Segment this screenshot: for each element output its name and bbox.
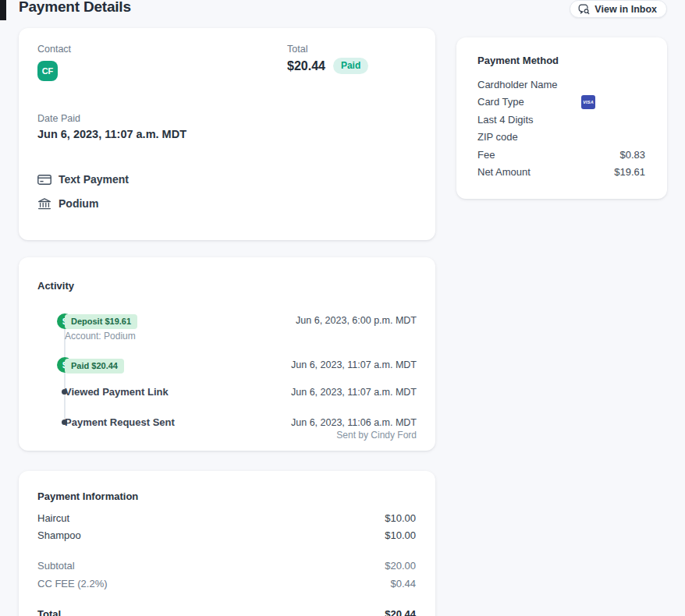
window-edge-fragment bbox=[0, 0, 6, 20]
payment-summary-card: Contact CF Total $20.44 Paid Date Paid J… bbox=[19, 28, 435, 240]
payment-method-row: Text Payment bbox=[37, 173, 129, 186]
date-paid-label: Date Paid bbox=[37, 113, 80, 124]
method-row-card-type: Card Type VISA bbox=[477, 96, 645, 108]
activity-card: Activity $ Deposit $19.61 Jun 6, 2023, 6… bbox=[19, 257, 435, 451]
subtotal-row: Subtotal $20.00 bbox=[37, 560, 416, 572]
total-label: Total bbox=[287, 44, 307, 55]
method-row-net-amount: Net Amount $19.61 bbox=[477, 166, 645, 179]
payment-method-title: Payment Method bbox=[477, 55, 559, 66]
cc-fee-row: CC FEE (2.2%) $0.44 bbox=[37, 578, 416, 589]
request-sent-title: Payment Request Sent bbox=[65, 416, 175, 428]
activity-title: Activity bbox=[37, 280, 74, 292]
cardholder-name-label: Cardholder Name bbox=[477, 79, 558, 90]
view-in-inbox-button[interactable]: View in Inbox bbox=[570, 0, 667, 18]
paid-status-badge: Paid bbox=[333, 58, 368, 74]
payment-information-title: Payment Information bbox=[37, 490, 138, 502]
method-row-cardholder: Cardholder Name bbox=[477, 78, 645, 90]
sent-by-subtext: Sent by Cindy Ford bbox=[336, 430, 417, 441]
zip-code-label: ZIP code bbox=[477, 131, 518, 143]
contact-avatar[interactable]: CF bbox=[37, 61, 58, 81]
chat-search-icon bbox=[578, 4, 590, 15]
paid-timestamp: Jun 6, 2023, 11:07 a.m. MDT bbox=[291, 359, 417, 370]
page-title: Payment Details bbox=[19, 0, 131, 16]
paid-badge: Paid $20.44 bbox=[65, 359, 124, 373]
line-item-value: $10.00 bbox=[385, 512, 416, 524]
line-item-label: Shampoo bbox=[37, 529, 81, 541]
credit-card-icon bbox=[37, 175, 51, 185]
net-amount-label: Net Amount bbox=[477, 166, 531, 178]
subtotal-label: Subtotal bbox=[37, 560, 75, 572]
method-row-last4: Last 4 Digits bbox=[477, 113, 645, 126]
card-type-label: Card Type bbox=[477, 96, 524, 108]
deposit-account-label: Podium bbox=[59, 197, 98, 210]
total-row: Total $20.44 bbox=[37, 608, 416, 616]
viewed-link-timestamp: Jun 6, 2023, 11:07 a.m. MDT bbox=[291, 387, 417, 398]
payment-method-label: Text Payment bbox=[59, 173, 129, 186]
visa-card-icon: VISA bbox=[581, 95, 595, 109]
view-in-inbox-label: View in Inbox bbox=[594, 4, 657, 15]
cc-fee-value: $0.44 bbox=[390, 578, 416, 589]
method-row-zip: ZIP code bbox=[477, 131, 645, 143]
line-item-label: Haircut bbox=[37, 512, 69, 524]
deposit-account-subtext: Account: Podium bbox=[65, 331, 136, 342]
line-item-value: $10.00 bbox=[385, 529, 416, 541]
method-row-fee: Fee $0.83 bbox=[477, 148, 645, 161]
date-paid-value: Jun 6, 2023, 11:07 a.m. MDT bbox=[37, 128, 186, 140]
last-4-digits-label: Last 4 Digits bbox=[477, 114, 534, 126]
line-item-row: Shampoo $10.00 bbox=[37, 529, 416, 541]
subtotal-value: $20.00 bbox=[385, 560, 416, 572]
deposit-badge: Deposit $19.61 bbox=[65, 314, 137, 329]
cc-fee-label: CC FEE (2.2%) bbox=[37, 578, 108, 589]
net-amount-value: $19.61 bbox=[614, 166, 645, 178]
payment-method-card: Payment Method Cardholder Name Card Type… bbox=[456, 37, 667, 199]
fee-label: Fee bbox=[477, 149, 495, 161]
contact-label: Contact bbox=[37, 44, 71, 55]
payment-information-card: Payment Information Haircut $10.00 Shamp… bbox=[19, 471, 435, 616]
bank-icon bbox=[37, 198, 51, 210]
deposit-account-row: Podium bbox=[37, 197, 98, 210]
deposit-timestamp: Jun 6, 2023, 6:00 p.m. MDT bbox=[296, 315, 417, 326]
viewed-link-title: Viewed Payment Link bbox=[65, 386, 169, 398]
line-item-row: Haircut $10.00 bbox=[37, 512, 416, 524]
grand-total-value: $20.44 bbox=[385, 608, 416, 616]
timeline-connector bbox=[64, 329, 66, 422]
total-amount: $20.44 bbox=[287, 59, 325, 73]
request-sent-timestamp: Jun 6, 2023, 11:06 a.m. MDT bbox=[291, 417, 417, 428]
grand-total-label: Total bbox=[37, 608, 61, 616]
fee-value: $0.83 bbox=[619, 149, 645, 161]
